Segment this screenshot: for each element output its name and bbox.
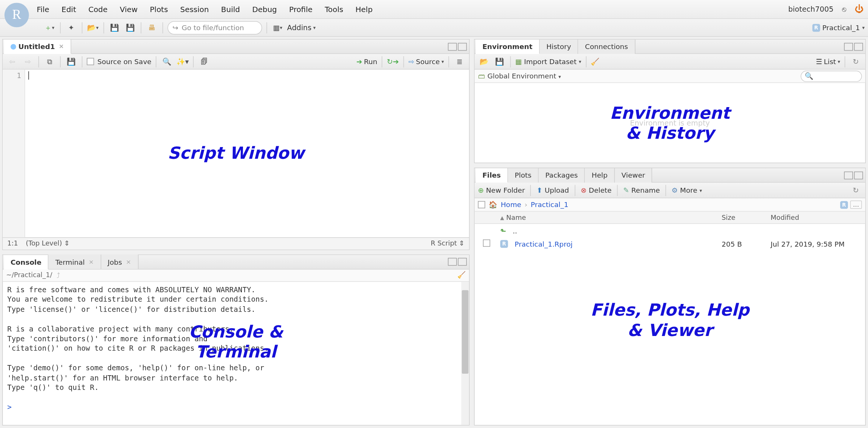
tab-viewer[interactable]: Viewer — [615, 168, 653, 183]
console-scrollbar[interactable] — [461, 282, 469, 425]
file-name-link[interactable]: Practical_1.Rproj — [515, 240, 573, 248]
menu-file[interactable]: File — [37, 5, 49, 14]
file-checkbox[interactable] — [483, 239, 490, 247]
overlay-files-label: Files, Plots, Help & Viewer — [591, 301, 749, 341]
run-button[interactable]: ➔Run — [356, 57, 377, 66]
tab-packages[interactable]: Packages — [539, 168, 585, 183]
source-on-save-checkbox[interactable] — [87, 58, 94, 65]
code-editor[interactable]: 1 Script Window — [3, 70, 469, 237]
refresh-env-icon[interactable]: ↻ — [850, 55, 862, 67]
sort-asc-icon[interactable]: ▲ — [500, 215, 504, 221]
signout-icon[interactable]: ⎋ — [838, 3, 850, 15]
files-breadcrumb: 🏠 Home › Practical_1 R … — [475, 198, 865, 212]
menu-edit[interactable]: Edit — [61, 5, 76, 14]
find-icon[interactable]: 🔍 — [161, 55, 173, 67]
close-terminal-icon[interactable]: × — [89, 258, 94, 265]
new-project-icon[interactable]: ✦ — [65, 21, 77, 34]
env-scope-selector[interactable]: Global Environment ▾ — [487, 72, 561, 80]
load-workspace-icon[interactable]: 📂 — [478, 55, 490, 67]
save-all-icon[interactable]: 💾 — [124, 21, 136, 34]
file-type-selector[interactable]: R Script ⇕ — [431, 240, 465, 248]
minimize-files-icon[interactable] — [844, 171, 853, 179]
menu-build[interactable]: Build — [221, 5, 240, 14]
r-project-icon: R — [812, 24, 820, 32]
project-menu[interactable]: R Practical_1 ▾ — [812, 23, 865, 32]
new-file-icon[interactable]: ＋▾ — [43, 21, 55, 34]
tab-plots-pane[interactable]: Plots — [508, 168, 538, 183]
files-column-header: ▲Name Size Modified — [475, 212, 865, 224]
delete-button[interactable]: ⊗Delete — [581, 186, 611, 195]
grid-icon[interactable]: ▦▾ — [272, 21, 284, 34]
maximize-files-icon[interactable] — [854, 171, 863, 179]
tab-untitled1[interactable]: Untitled1 × — [4, 40, 71, 54]
maximize-console-icon[interactable] — [458, 258, 467, 266]
save-source-icon[interactable]: 💾 — [65, 55, 77, 67]
crumb-home[interactable]: Home — [501, 201, 521, 209]
new-folder-button[interactable]: ⊕New Folder — [478, 186, 525, 195]
outline-icon[interactable]: ≣ — [454, 55, 466, 67]
rename-button[interactable]: ✎Rename — [623, 186, 660, 195]
scope-selector[interactable]: (Top Level) ⇕ — [26, 240, 70, 248]
minimize-console-icon[interactable] — [448, 258, 457, 266]
crumb-practical1[interactable]: Practical_1 — [531, 201, 568, 209]
forward-icon[interactable]: ⇨ — [22, 55, 34, 67]
back-icon[interactable]: ⇦ — [6, 55, 18, 67]
tab-environment[interactable]: Environment — [476, 40, 540, 54]
wd-popout-icon[interactable]: ⤴ — [52, 269, 64, 281]
tab-help-pane[interactable]: Help — [585, 168, 615, 183]
file-row[interactable]: R Practical_1.Rproj 205 B Jul 27, 2019, … — [475, 237, 865, 250]
more-button[interactable]: ⚙More▾ — [672, 186, 702, 195]
wand-icon[interactable]: ✨▾ — [176, 55, 188, 67]
env-view-mode[interactable]: ☰ List▾ — [816, 57, 840, 66]
print-icon[interactable]: 🖶 — [146, 21, 158, 34]
close-tab-icon[interactable]: × — [59, 43, 64, 50]
open-file-icon[interactable]: 📂▾ — [87, 21, 99, 34]
power-icon[interactable]: ⏻ — [855, 4, 864, 14]
env-search-input[interactable]: 🔍 — [801, 71, 862, 82]
menu-tools[interactable]: Tools — [325, 5, 343, 14]
file-row-up[interactable]: ⬑ .. — [475, 224, 865, 237]
select-all-checkbox[interactable] — [478, 201, 485, 208]
scrollbar-thumb[interactable] — [462, 290, 469, 374]
home-icon[interactable]: 🏠 — [489, 201, 498, 209]
tab-jobs[interactable]: Jobs× — [101, 255, 138, 269]
menu-view[interactable]: View — [120, 5, 138, 14]
tab-console[interactable]: Console — [4, 255, 49, 269]
minimize-pane-icon[interactable] — [448, 43, 457, 51]
tab-files[interactable]: Files — [476, 168, 508, 183]
menu-debug[interactable]: Debug — [252, 5, 277, 14]
tab-history[interactable]: History — [539, 39, 578, 54]
tab-terminal[interactable]: Terminal× — [49, 255, 101, 269]
col-modified[interactable]: Modified — [771, 214, 865, 222]
tab-connections[interactable]: Connections — [578, 39, 635, 54]
save-icon[interactable]: 💾 — [108, 21, 121, 34]
rerun-icon[interactable]: ↻➔ — [387, 55, 399, 67]
upload-button[interactable]: ⬆Upload — [536, 186, 569, 195]
col-size[interactable]: Size — [722, 214, 771, 222]
console-pane: Console Terminal× Jobs× ~/Practical_1/ ⤴… — [2, 255, 470, 426]
import-dataset-button[interactable]: ▦Import Dataset▾ — [515, 57, 581, 66]
addins-button[interactable]: Addins▾ — [287, 23, 316, 32]
col-name[interactable]: Name — [506, 214, 526, 222]
folder-up-icon: ⬑ — [500, 227, 506, 235]
menu-plots[interactable]: Plots — [150, 5, 168, 14]
clear-env-icon[interactable]: 🧹 — [591, 57, 600, 66]
refresh-files-icon[interactable]: ↻ — [850, 184, 862, 196]
menu-session[interactable]: Session — [180, 5, 209, 14]
notebook-icon[interactable]: 🗐 — [198, 55, 210, 67]
path-more-button[interactable]: … — [850, 201, 862, 209]
menu-profile[interactable]: Profile — [289, 5, 312, 14]
save-workspace-icon[interactable]: 💾 — [494, 55, 506, 67]
minimize-env-icon[interactable] — [844, 43, 853, 51]
console-text-content: R is free software and comes with ABSOLU… — [7, 285, 269, 391]
console-output[interactable]: R is free software and comes with ABSOLU… — [3, 282, 469, 425]
clear-console-icon[interactable]: 🧹 — [457, 272, 466, 279]
goto-file-input[interactable]: ↪ Go to file/function — [168, 21, 262, 34]
maximize-pane-icon[interactable] — [458, 43, 467, 51]
close-jobs-icon[interactable]: × — [126, 258, 131, 265]
maximize-env-icon[interactable] — [854, 43, 863, 51]
menu-code[interactable]: Code — [88, 5, 107, 14]
show-in-new-window-icon[interactable]: ⧉ — [43, 55, 55, 67]
source-button[interactable]: ⇨Source▾ — [408, 57, 444, 66]
menu-help[interactable]: Help — [356, 5, 373, 14]
